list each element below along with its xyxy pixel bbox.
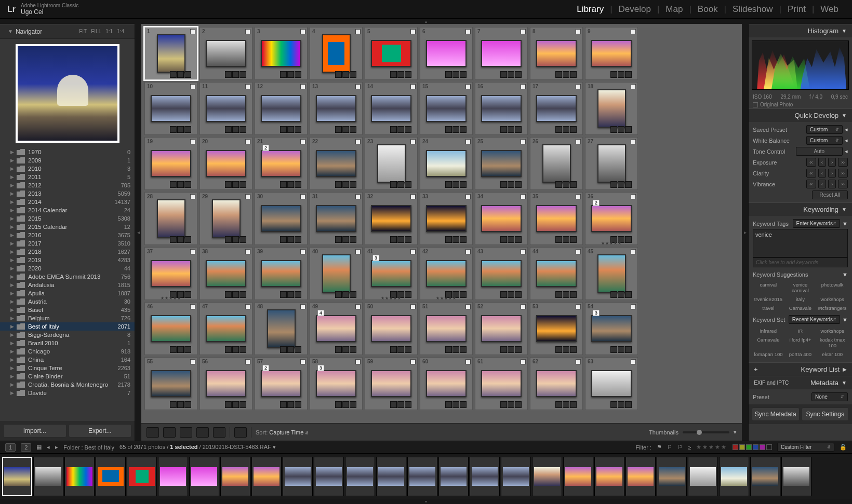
right-edge-handle[interactable]: ▸	[742, 24, 748, 441]
badge-icon[interactable]	[232, 236, 239, 243]
grid-cell[interactable]: 27	[585, 137, 638, 190]
flag-toggle[interactable]	[300, 84, 305, 89]
badge-icon[interactable]	[618, 181, 624, 188]
badge-icon[interactable]	[225, 181, 232, 188]
metadata-preset-select[interactable]: None⇵	[811, 392, 848, 401]
folder-row[interactable]: ▶20115	[0, 173, 135, 181]
badge-icon[interactable]	[342, 236, 349, 243]
flag-toggle[interactable]	[465, 359, 471, 364]
grid-cell[interactable]: 59	[365, 357, 418, 410]
module-map[interactable]: Map	[659, 4, 689, 15]
flag-toggle[interactable]	[190, 29, 195, 34]
disclosure-icon[interactable]: ▶	[10, 233, 17, 238]
filmstrip-cell[interactable]	[750, 457, 780, 496]
flag-toggle[interactable]	[355, 84, 361, 89]
import-button[interactable]: Import...	[3, 424, 66, 438]
badge-icon[interactable]	[295, 181, 301, 188]
collapse-icon[interactable]: ◂	[845, 137, 848, 144]
filmstrip-cell[interactable]	[688, 457, 718, 496]
grid-cell[interactable]: 28	[144, 192, 197, 245]
vibrance-inc2[interactable]: ››	[838, 180, 848, 188]
survey-view-button[interactable]	[196, 427, 209, 438]
badge-icon[interactable]	[515, 126, 522, 133]
color-yellow[interactable]	[739, 444, 745, 450]
grid-cell[interactable]: 51	[420, 302, 473, 355]
badge-icon[interactable]	[280, 291, 287, 298]
badge-icon[interactable]	[555, 181, 562, 188]
badge-icon[interactable]	[570, 181, 577, 188]
grid-cell[interactable]: 42★★★★★	[420, 247, 473, 300]
flag-toggle[interactable]	[521, 249, 526, 254]
breadcrumb[interactable]: Folder : Best of Italy	[63, 444, 114, 451]
flag-toggle[interactable]	[465, 84, 471, 89]
badge-icon[interactable]	[500, 71, 507, 78]
filmstrip-cell[interactable]	[438, 457, 469, 496]
badge-icon[interactable]	[390, 181, 397, 188]
sync-settings-button[interactable]: Sync Settings	[802, 407, 849, 421]
badge-icon[interactable]	[239, 346, 246, 353]
sort-control[interactable]: Sort: Capture Time ⇵	[256, 429, 309, 435]
badge-icon[interactable]	[405, 71, 411, 78]
badge-icon[interactable]	[555, 126, 562, 133]
disclosure-icon[interactable]: ▶	[10, 149, 17, 155]
badge-icon[interactable]	[452, 126, 459, 133]
compare-view-button[interactable]	[180, 427, 192, 438]
flag-toggle[interactable]	[355, 194, 361, 199]
grid-cell[interactable]: 494	[310, 302, 363, 355]
badge-icon[interactable]	[342, 291, 349, 298]
flag-toggle[interactable]	[410, 304, 416, 309]
badge-icon[interactable]	[335, 126, 342, 133]
folder-row[interactable]: ▶2015 Calendar12	[0, 223, 135, 231]
badge-icon[interactable]	[610, 291, 617, 298]
keyword-suggestion[interactable]: travel	[753, 304, 784, 312]
folder-row[interactable]: ▶Croatia, Bosnia & Montenegro2178	[0, 380, 135, 389]
badge-icon[interactable]	[508, 126, 514, 133]
filmstrip-cell[interactable]	[314, 457, 344, 496]
badge-icon[interactable]	[170, 401, 177, 408]
badge-icon[interactable]	[515, 181, 522, 188]
badge-icon[interactable]	[350, 346, 356, 353]
export-button[interactable]: Export...	[69, 424, 132, 438]
folder-row[interactable]: ▶20163675	[0, 231, 135, 239]
stack-count[interactable]: 3	[593, 310, 600, 316]
vibrance-inc[interactable]: ›	[828, 180, 836, 188]
badge-icon[interactable]	[570, 401, 577, 408]
filmstrip-cell[interactable]	[781, 457, 811, 496]
badge-icon[interactable]	[515, 236, 522, 243]
badge-icon[interactable]	[460, 126, 467, 133]
badge-icon[interactable]	[350, 291, 356, 298]
badge-icon[interactable]	[445, 346, 452, 353]
badge-icon[interactable]	[508, 401, 514, 408]
flag-toggle[interactable]	[190, 194, 195, 199]
badge-icon[interactable]	[610, 71, 617, 78]
grid-cell[interactable]: 61	[475, 357, 528, 410]
exposure-inc2[interactable]: ››	[838, 158, 848, 167]
folder-row[interactable]: ▶China164	[0, 356, 135, 364]
grid-cell[interactable]: 24	[420, 137, 473, 190]
keyword-suggestion[interactable]: carnival	[753, 281, 784, 294]
badge-icon[interactable]	[460, 346, 467, 353]
filmstrip-cell[interactable]	[127, 457, 157, 496]
badge-icon[interactable]	[232, 126, 239, 133]
folder-row[interactable]: ▶Davide7	[0, 389, 135, 397]
badge-icon[interactable]	[445, 236, 452, 243]
reset-all-button[interactable]: Reset All	[812, 190, 848, 199]
badge-icon[interactable]	[500, 181, 507, 188]
badge-icon[interactable]	[342, 401, 349, 408]
badge-icon[interactable]	[610, 401, 617, 408]
grid-cell[interactable]: 60	[420, 357, 473, 410]
folder-row[interactable]: ▶20103	[0, 165, 135, 173]
grid-cell[interactable]: 2	[199, 27, 252, 80]
grid-cell[interactable]: 19	[144, 137, 197, 190]
badge-icon[interactable]	[225, 401, 232, 408]
disclosure-icon[interactable]: ▶	[10, 274, 17, 279]
badge-icon[interactable]	[563, 181, 569, 188]
badge-icon[interactable]	[177, 401, 184, 408]
badge-icon[interactable]	[280, 126, 287, 133]
filmstrip-cell[interactable]	[563, 457, 593, 496]
color-none[interactable]	[766, 444, 772, 450]
keyword-recent[interactable]: ilford fp4+	[785, 336, 816, 349]
badge-icon[interactable]	[287, 181, 294, 188]
badge-icon[interactable]	[625, 291, 632, 298]
badge-icon[interactable]	[460, 236, 467, 243]
